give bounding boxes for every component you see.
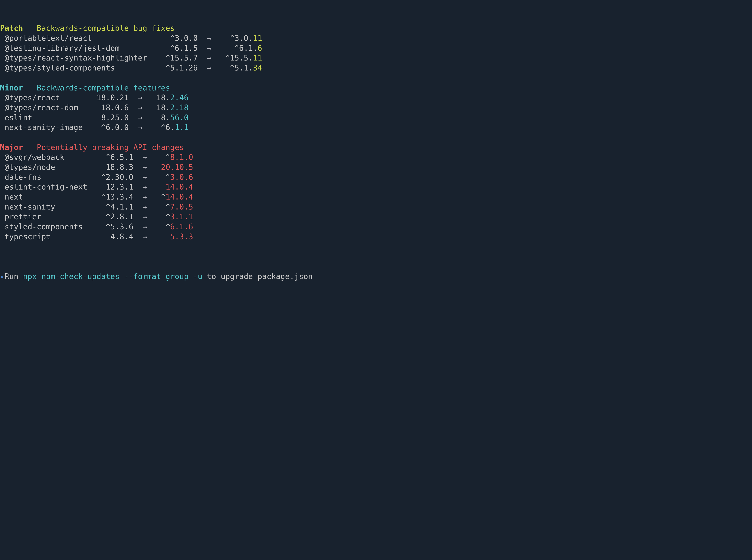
package-row: @portabletext/react ^3.0.0 → ^3.0.11: [0, 33, 752, 43]
version-to-diff: 2.18: [170, 103, 189, 112]
package-row: @svgr/webpack ^6.5.1 → ^8.1.0: [0, 152, 752, 162]
section-label: Major: [0, 143, 23, 152]
package-name: next: [0, 193, 97, 201]
version-to-prefix: 18.: [156, 103, 170, 112]
version-from: 8.25.0: [92, 113, 129, 122]
section-description: Backwards-compatible features: [37, 83, 170, 92]
section-label: Patch: [0, 24, 23, 33]
package-row: typescript 4.8.4 → 5.3.3: [0, 232, 752, 242]
version-to-prefix: ^6.1.: [235, 44, 258, 53]
section-label: Minor: [0, 83, 23, 92]
package-row: next-sanity ^4.1.1 → ^7.0.5: [0, 202, 752, 212]
arrow-icon: →: [133, 222, 156, 231]
package-row: @types/react 18.0.21 → 18.2.46: [0, 93, 752, 103]
arrow-icon: →: [128, 93, 152, 102]
package-name: prettier: [0, 212, 97, 221]
package-row: eslint-config-next 12.3.1 → 14.0.4: [0, 182, 752, 192]
version-to-prefix: 8.: [161, 113, 170, 122]
arrow-icon: →: [198, 34, 221, 42]
arrow-icon: →: [133, 163, 156, 172]
package-name: @types/styled-components: [0, 63, 161, 72]
version-to-diff: 2.46: [170, 93, 189, 102]
blank-line: [0, 242, 752, 252]
version-to-prefix: ^: [165, 202, 170, 211]
package-name: typescript: [0, 232, 97, 241]
package-name: @types/react-syntax-highlighter: [0, 54, 161, 62]
version-from: 18.8.3: [97, 163, 133, 172]
package-name: styled-components: [0, 222, 97, 231]
version-to-prefix: 18.: [156, 93, 170, 102]
version-to-diff: 11: [253, 54, 262, 62]
version-from: ^5.1.26: [161, 63, 198, 72]
version-from: 4.8.4: [97, 232, 133, 241]
package-row: @types/node 18.8.3 → 20.10.5: [0, 162, 752, 172]
arrow-icon: →: [128, 113, 152, 122]
package-name: @svgr/webpack: [0, 153, 97, 162]
version-to-diff: 7.0.5: [170, 202, 193, 211]
package-name: @types/react: [0, 93, 92, 102]
version-from: ^2.30.0: [97, 173, 133, 181]
package-row: date-fns ^2.30.0 → ^3.0.6: [0, 172, 752, 182]
version-to-diff: 3.1.1: [170, 212, 193, 221]
package-name: next-sanity-image: [0, 123, 92, 132]
footer-post-text: to upgrade package.json: [202, 272, 313, 281]
package-row: next ^13.3.4 → ^14.0.4: [0, 192, 752, 202]
package-row: @testing-library/jest-dom ^6.1.5 → ^6.1.…: [0, 43, 752, 53]
version-to-diff: 5.3.3: [170, 232, 193, 241]
version-to-prefix: ^6.: [161, 123, 175, 132]
version-to-diff: 11: [253, 34, 262, 42]
package-row: prettier ^2.8.1 → ^3.1.1: [0, 212, 752, 222]
package-name: @portabletext/react: [0, 34, 161, 42]
version-from: ^4.1.1: [97, 202, 133, 211]
section-description: Potentially breaking API changes: [37, 143, 184, 152]
version-from: ^3.0.0: [161, 34, 198, 42]
package-row: styled-components ^5.3.6 → ^6.1.6: [0, 222, 752, 232]
version-to-diff: 8.1.0: [170, 153, 193, 162]
version-to-prefix: ^: [165, 153, 170, 162]
arrow-icon: →: [198, 63, 221, 72]
version-from: ^15.5.7: [161, 54, 198, 62]
arrow-icon: →: [133, 232, 156, 241]
version-from: 12.3.1: [97, 182, 133, 191]
prompt-caret-icon: ▸: [0, 272, 4, 281]
section-description: Backwards-compatible bug fixes: [37, 24, 175, 33]
blank-line: [0, 133, 752, 143]
version-from: ^2.8.1: [97, 212, 133, 221]
section-header-minor: Minor Backwards-compatible features: [0, 83, 752, 93]
section-header-major: Major Potentially breaking API changes: [0, 143, 752, 153]
version-to-diff: 3.0.6: [170, 173, 193, 181]
arrow-icon: →: [133, 153, 156, 162]
package-row: eslint 8.25.0 → 8.56.0: [0, 113, 752, 123]
version-from: 18.0.21: [92, 93, 129, 102]
version-to-diff: 20.10.5: [161, 163, 193, 172]
package-name: eslint: [0, 113, 92, 122]
package-row: @types/react-syntax-highlighter ^15.5.7 …: [0, 53, 752, 63]
arrow-icon: →: [198, 44, 221, 53]
version-from: ^6.5.1: [97, 153, 133, 162]
version-from: ^6.1.5: [161, 44, 198, 53]
arrow-icon: →: [133, 193, 156, 201]
version-to-prefix: ^15.5.: [225, 54, 253, 62]
version-to-prefix: ^3.0.: [230, 34, 253, 42]
arrow-icon: →: [198, 54, 221, 62]
footer-hint: ▸Run npx npm-check-updates --format grou…: [0, 272, 752, 282]
version-to-diff: 56.0: [170, 113, 189, 122]
package-name: @testing-library/jest-dom: [0, 44, 161, 53]
version-from: 18.0.6: [92, 103, 129, 112]
version-to-diff: 14.0.4: [165, 193, 193, 201]
arrow-icon: →: [133, 202, 156, 211]
package-row: @types/react-dom 18.0.6 → 18.2.18: [0, 103, 752, 113]
package-name: next-sanity: [0, 202, 97, 211]
version-to-diff: 14.0.4: [165, 182, 193, 191]
package-name: @types/react-dom: [0, 103, 92, 112]
footer-run-label: Run: [4, 272, 23, 281]
version-to-diff: 6: [258, 44, 262, 53]
version-from: ^5.3.6: [97, 222, 133, 231]
version-to-prefix: ^: [161, 193, 165, 201]
version-to-prefix: ^5.1.: [230, 63, 253, 72]
package-name: date-fns: [0, 173, 97, 181]
terminal-output: Patch Backwards-compatible bug fixes @po…: [0, 0, 752, 292]
package-name: eslint-config-next: [0, 182, 97, 191]
version-to-prefix: ^: [165, 222, 170, 231]
arrow-icon: →: [128, 123, 152, 132]
